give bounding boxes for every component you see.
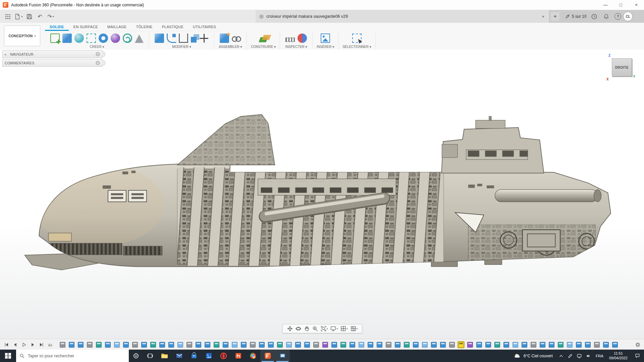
timeline-feature-54[interactable] xyxy=(540,342,545,348)
timeline-feature-28[interactable] xyxy=(304,342,310,348)
combine-icon[interactable] xyxy=(191,37,197,43)
timeline-feature-58[interactable] xyxy=(576,342,582,348)
timeline-feature-49[interactable] xyxy=(494,342,500,348)
timeline-feature-10[interactable] xyxy=(141,342,147,348)
timeline-feature-9[interactable] xyxy=(132,342,138,348)
taskbar-app-mail[interactable] xyxy=(172,350,186,362)
taskbar-app-chrome[interactable] xyxy=(246,350,260,362)
redo-button[interactable]: ↷ ▾ xyxy=(46,12,55,21)
timeline-feature-43[interactable] xyxy=(440,342,446,348)
workspace-selector[interactable]: CONCEPTION ▾ xyxy=(4,25,40,46)
data-panel-toggle-icon[interactable] xyxy=(3,12,12,21)
shell-icon[interactable] xyxy=(179,34,188,43)
fit-icon[interactable]: ▾ xyxy=(320,326,329,331)
timeline-feature-62[interactable] xyxy=(612,342,618,348)
next-feature-button[interactable] xyxy=(29,341,36,348)
ribbon-group-label-modifier[interactable]: MODIFIER ▾ xyxy=(172,45,191,49)
section-analysis-icon[interactable] xyxy=(298,34,307,43)
measure-icon[interactable] xyxy=(285,38,295,42)
minimize-button[interactable]: — xyxy=(598,0,613,10)
ribbon-group-label-insérer[interactable]: INSÉRER ▾ xyxy=(317,45,334,49)
ribbon-tab-plastique[interactable]: PLASTIQUE xyxy=(157,23,188,31)
timeline-feature-39[interactable] xyxy=(404,342,410,348)
taskbar-app-file-explorer[interactable] xyxy=(157,350,172,362)
ribbon-tab-en-surface[interactable]: EN SURFACE xyxy=(69,23,103,31)
language-indicator[interactable]: FRA xyxy=(593,354,606,358)
form-icon[interactable] xyxy=(111,34,120,43)
viewcube[interactable]: Z DROITE X Y xyxy=(609,56,633,80)
timeline-feature-35[interactable] xyxy=(368,342,373,348)
revolve-icon[interactable] xyxy=(74,34,84,43)
timeline-feature-29[interactable] xyxy=(313,342,319,348)
timeline-feature-48[interactable] xyxy=(485,342,491,348)
timeline-feature-47[interactable] xyxy=(476,342,482,348)
timeline-feature-21[interactable] xyxy=(241,342,247,348)
press-pull-icon[interactable] xyxy=(155,34,164,43)
taskbar-app-opera[interactable] xyxy=(216,350,231,362)
pan-icon[interactable] xyxy=(286,326,294,331)
tray-pen-icon[interactable] xyxy=(566,350,575,362)
file-menu-button[interactable]: ▾ xyxy=(14,12,23,21)
timeline-feature-12[interactable] xyxy=(159,342,165,348)
cortana-button[interactable] xyxy=(129,350,143,362)
undo-button[interactable]: ↶ xyxy=(36,12,44,21)
timeline-feature-27[interactable] xyxy=(295,342,301,348)
search-input[interactable] xyxy=(27,353,125,359)
ribbon-group-label-créer[interactable]: CRÉER ▾ xyxy=(90,45,104,49)
viewcube-face-right[interactable]: DROITE xyxy=(612,58,632,76)
timeline-feature-40[interactable] xyxy=(413,342,419,348)
play-button[interactable] xyxy=(20,341,28,348)
weather-widget[interactable]: 6°C Ciel couvert xyxy=(510,352,557,360)
ribbon-group-label-construire[interactable]: CONSTRUIRE ▾ xyxy=(251,45,276,49)
primitive-box-icon[interactable] xyxy=(62,34,72,43)
panel-collapse-icon[interactable] xyxy=(96,52,100,56)
start-button[interactable] xyxy=(0,350,16,362)
taskbar-search[interactable] xyxy=(16,350,129,362)
notification-center-icon[interactable] xyxy=(631,350,644,362)
timeline-feature-36[interactable] xyxy=(377,342,382,348)
timeline-feature-52[interactable] xyxy=(522,342,527,348)
viewports-icon[interactable]: ▾ xyxy=(350,326,359,331)
user-avatar[interactable]: CL xyxy=(623,12,633,21)
timeline-feature-46[interactable] xyxy=(467,342,473,348)
select-icon[interactable] xyxy=(352,34,362,43)
timeline-feature-57[interactable] xyxy=(567,342,573,348)
previous-feature-button[interactable] xyxy=(11,341,19,348)
insert-canvas-icon[interactable] xyxy=(321,34,330,43)
timeline-feature-42[interactable] xyxy=(431,342,437,348)
timeline-feature-61[interactable] xyxy=(603,342,609,348)
taskbar-app-humble[interactable] xyxy=(231,350,246,362)
ribbon-group-label-inspecter[interactable]: INSPECTER ▾ xyxy=(285,45,307,49)
display-settings-icon[interactable]: ▾ xyxy=(329,326,339,331)
ribbon-group-label-sélectionner[interactable]: SÉLECTIONNER ▾ xyxy=(342,45,371,49)
timeline-feature-3[interactable] xyxy=(78,342,84,348)
new-component-icon[interactable] xyxy=(220,34,229,43)
timeline-feature-7[interactable] xyxy=(114,342,120,348)
timeline-feature-22[interactable] xyxy=(250,342,256,348)
timeline-feature-20[interactable] xyxy=(232,342,237,348)
timeline-feature-6[interactable] xyxy=(105,342,111,348)
tray-volume-icon[interactable] xyxy=(584,350,593,362)
timeline-feature-23[interactable] xyxy=(259,342,265,348)
timeline-feature-37[interactable] xyxy=(386,342,391,348)
ribbon-tab-maillage[interactable]: MAILLAGE xyxy=(103,23,131,31)
collapse-panels-icon[interactable]: « xyxy=(3,52,8,56)
timeline-feature-55[interactable] xyxy=(549,342,554,348)
taskbar-app-microsoft-store[interactable] xyxy=(186,350,201,362)
maximize-button[interactable]: □ xyxy=(613,0,629,10)
fillet-icon[interactable] xyxy=(167,34,176,43)
timeline-feature-41[interactable] xyxy=(422,342,428,348)
torus-icon[interactable] xyxy=(99,34,108,43)
joint-icon[interactable] xyxy=(232,34,241,43)
construction-plane-icon[interactable] xyxy=(259,37,268,42)
hand-icon[interactable] xyxy=(303,326,311,331)
ribbon-tab-solide[interactable]: SOLIDE xyxy=(45,23,69,31)
close-button[interactable]: × xyxy=(629,0,644,10)
timeline-options-button[interactable] xyxy=(46,341,54,348)
timeline-feature-56[interactable] xyxy=(558,342,564,348)
timeline-feature-53[interactable] xyxy=(531,342,536,348)
timeline-feature-30[interactable] xyxy=(322,342,328,348)
ribbon-tab-utilitaires[interactable]: UTILITAIRES xyxy=(188,23,221,31)
skip-to-end-button[interactable] xyxy=(38,341,45,348)
timeline-feature-33[interactable] xyxy=(350,342,355,348)
